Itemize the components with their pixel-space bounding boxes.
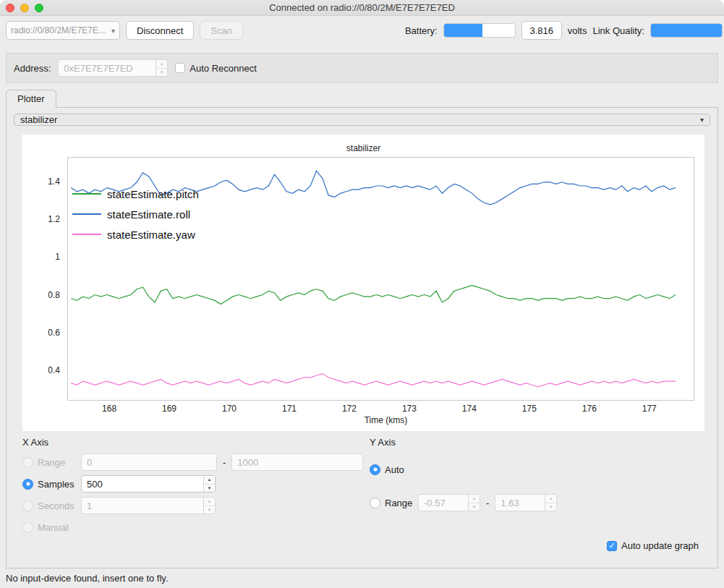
y-range-max-spinbox[interactable]: 1.63 ▲ ▼ <box>495 494 557 511</box>
log-config-combo[interactable]: stabilizer ▾ <box>14 114 710 126</box>
chevron-down-icon: ▾ <box>700 116 704 124</box>
x-tick-label: 171 <box>282 404 297 414</box>
x-axis-tick-labels: 168169170171172173174175176177 <box>67 401 694 415</box>
volts-label: volts <box>568 25 587 36</box>
x-range-max-input[interactable]: 1000 <box>231 453 363 471</box>
x-tick-label: 176 <box>582 404 597 414</box>
x-samples-stepper[interactable]: ▲ ▼ <box>203 476 215 492</box>
auto-update-graph-checkbox[interactable]: Auto update graph <box>607 540 699 551</box>
app-window: Connected on radio://0/80/2M/E7E7E7E7ED … <box>0 0 724 588</box>
battery-progress-fill <box>444 24 482 37</box>
axis-controls: X Axis Range 0 - 1000 Samples 500 ▲ <box>11 437 713 540</box>
auto-reconnect-checkbox[interactable]: Auto Reconnect <box>175 63 257 74</box>
y-axis-tick-labels: 0.40.60.811.21.4 <box>22 157 67 401</box>
x-tick-label: 177 <box>642 404 657 414</box>
x-range-radio-label: Range <box>38 457 81 468</box>
battery-label: Battery: <box>405 25 438 36</box>
address-spinbox[interactable]: 0xE7E7E7E7ED ▲ ▼ <box>58 59 168 77</box>
plot-body: 0.40.60.811.21.4 stateEstimate.pitch sta… <box>22 157 704 401</box>
x-seconds-stepper[interactable]: ▲ ▼ <box>203 498 215 514</box>
log-config-selected: stabilizer <box>20 114 697 125</box>
auto-reconnect-label: Auto Reconnect <box>189 63 257 74</box>
stepper-up-icon: ▲ <box>204 498 215 506</box>
close-window-button[interactable] <box>6 4 14 12</box>
y-range-max-stepper[interactable]: ▲ ▼ <box>545 495 556 511</box>
window-title: Connected on radio://0/80/2M/E7E7E7E7ED <box>0 0 724 15</box>
link-quality-label: Link Quality: <box>592 25 644 36</box>
x-range-row: Range 0 - 1000 <box>22 453 370 471</box>
x-seconds-radio-label: Seconds <box>38 500 81 511</box>
y-axis-controls: Y Axis Auto Range -0.57 ▲ ▼ - <box>370 437 709 540</box>
x-range-separator: - <box>223 457 226 468</box>
y-range-min-spinbox[interactable]: -0.57 ▲ ▼ <box>418 494 480 511</box>
tab-plotter[interactable]: Plotter <box>6 90 56 108</box>
connection-uri-combo[interactable]: radio://0/80/2M/E7E7E7E7ED ▾ <box>6 21 120 40</box>
plot-canvas: stateEstimate.pitch stateEstimate.roll s… <box>67 157 694 401</box>
scan-button[interactable]: Scan <box>200 21 243 40</box>
x-tick-label: 169 <box>162 404 176 414</box>
zoom-window-button[interactable] <box>35 4 43 12</box>
traffic-lights <box>6 0 43 15</box>
minimize-window-button[interactable] <box>20 4 29 12</box>
titlebar: Connected on radio://0/80/2M/E7E7E7E7ED <box>0 0 724 16</box>
y-range-radio[interactable] <box>370 498 380 508</box>
legend-item-pitch: stateEstimate.pitch <box>72 188 199 200</box>
x-samples-radio-label: Samples <box>38 479 81 490</box>
x-range-radio[interactable] <box>22 457 33 468</box>
y-tick-label: 0.8 <box>48 290 60 300</box>
stepper-down-icon: ▼ <box>469 503 480 511</box>
legend-label: stateEstimate.yaw <box>107 229 195 241</box>
legend-line-swatch <box>72 234 101 235</box>
legend-item-roll: stateEstimate.roll <box>72 208 199 220</box>
x-axis-label: Time (kms) <box>67 415 704 431</box>
y-auto-radio[interactable] <box>370 464 380 475</box>
tab-bar: Plotter <box>0 83 724 107</box>
plot-line <box>71 286 676 304</box>
plot-title: stabilizer <box>22 135 704 157</box>
stepper-down-icon: ▼ <box>204 485 215 493</box>
x-tick-label: 168 <box>102 404 116 414</box>
legend-line-swatch <box>72 193 101 195</box>
x-range-min-input[interactable]: 0 <box>81 453 217 471</box>
y-tick-label: 1.4 <box>48 176 60 187</box>
y-auto-row: Auto <box>370 461 709 478</box>
y-range-separator: - <box>486 498 489 508</box>
auto-update-checkbox-box[interactable] <box>607 541 617 551</box>
y-range-min-value: -0.57 <box>419 495 468 511</box>
x-axis-section-title: X Axis <box>22 437 370 448</box>
address-label: Address: <box>14 63 51 74</box>
x-manual-row: Manual <box>22 519 370 536</box>
plot-line <box>71 374 676 387</box>
stepper-down-icon: ▼ <box>545 503 556 511</box>
y-range-row: Range -0.57 ▲ ▼ - 1.63 ▲ ▼ <box>370 494 709 511</box>
x-seconds-spinbox[interactable]: 1 ▲ ▼ <box>81 497 216 514</box>
address-panel: Address: 0xE7E7E7E7ED ▲ ▼ Auto Reconnect <box>6 53 718 83</box>
address-stepper[interactable]: ▲ ▼ <box>156 60 167 76</box>
y-tick-label: 1.2 <box>48 214 60 224</box>
disconnect-button[interactable]: Disconnect <box>126 21 194 40</box>
status-bar: No input-device found, insert one to fly… <box>0 568 724 588</box>
link-quality-progress-bar <box>650 23 723 38</box>
legend-label: stateEstimate.roll <box>107 208 190 221</box>
stepper-up-icon: ▲ <box>469 495 480 503</box>
x-samples-spinbox[interactable]: 500 ▲ ▼ <box>81 475 216 493</box>
x-tick-label: 173 <box>402 404 417 414</box>
stepper-up-icon: ▲ <box>204 476 215 485</box>
plot-legend: stateEstimate.pitch stateEstimate.roll s… <box>72 188 199 240</box>
stepper-up-icon: ▲ <box>545 495 556 503</box>
x-seconds-value: 1 <box>82 498 203 514</box>
stepper-down-icon: ▼ <box>156 69 167 77</box>
x-samples-value: 500 <box>82 476 203 492</box>
plot-widget: stabilizer 0.40.60.811.21.4 stateEstimat… <box>22 135 704 431</box>
x-seconds-row: Seconds 1 ▲ ▼ <box>22 497 370 514</box>
x-samples-radio[interactable] <box>22 479 33 490</box>
link-quality-progress-fill <box>651 24 722 37</box>
plotter-tab-pane: stabilizer ▾ stabilizer 0.40.60.811.21.4… <box>6 107 718 568</box>
battery-voltage-value: 3.816 <box>521 21 562 40</box>
y-tick-label: 0.6 <box>48 328 60 338</box>
y-range-min-stepper[interactable]: ▲ ▼ <box>468 495 480 511</box>
x-manual-radio[interactable] <box>22 522 33 533</box>
x-seconds-radio[interactable] <box>22 500 33 511</box>
auto-reconnect-checkbox-box[interactable] <box>175 63 185 73</box>
legend-label: stateEstimate.pitch <box>107 188 199 200</box>
